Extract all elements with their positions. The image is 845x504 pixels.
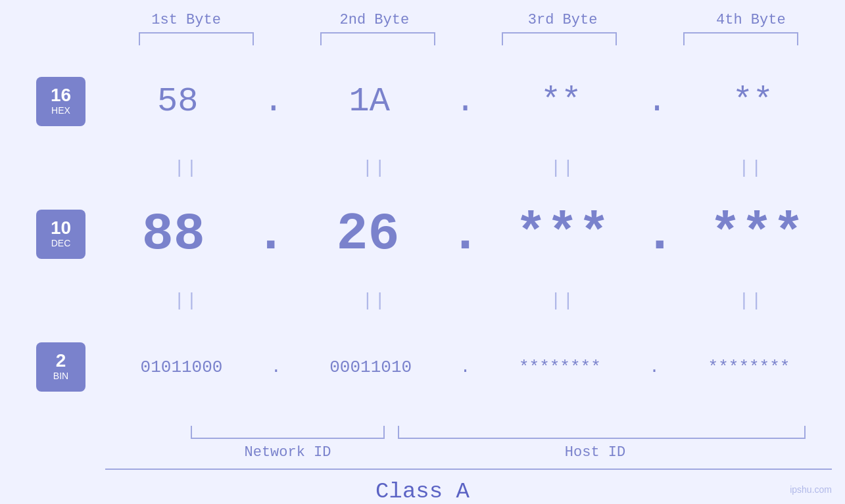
bin-badge-label: BIN [53, 370, 68, 382]
watermark: ipshu.com [790, 484, 832, 495]
dec-dot3: . [644, 204, 675, 264]
equals-2-2: || [362, 290, 387, 311]
dec-byte1: 88 [142, 204, 205, 264]
bin-byte1: 01011000 [141, 357, 223, 377]
hex-badge-number: 16 [51, 86, 71, 104]
bin-byte4: ******** [708, 357, 790, 377]
dec-byte4: *** [710, 204, 804, 264]
equals-1-1: || [174, 158, 199, 178]
host-id-label: Host ID [385, 444, 806, 461]
byte2-label: 2nd Byte [280, 12, 468, 28]
bracket-byte3 [502, 32, 617, 45]
hex-dot2: . [455, 82, 475, 121]
dec-dot1: . [255, 204, 287, 264]
hex-byte1: 58 [157, 82, 198, 121]
dec-byte2: 26 [337, 204, 400, 264]
byte-labels: 1st Byte 2nd Byte 3rd Byte 4th Byte [92, 12, 845, 28]
equals-1-2: || [362, 158, 387, 178]
equals-2-3: || [550, 290, 575, 311]
bin-row: 2 BIN 01011000 . 00011010 . ******** . *… [0, 311, 845, 423]
overall-bracket [105, 469, 832, 470]
main-container: 1st Byte 2nd Byte 3rd Byte 4th Byte 16 H… [0, 0, 845, 504]
bin-dot2: . [460, 357, 471, 377]
bin-byte2: 00011010 [329, 357, 412, 377]
hex-dot3: . [646, 82, 667, 121]
bin-dot1: . [271, 357, 281, 377]
hex-byte2: 1A [349, 82, 390, 121]
dec-values: 88 . 26 . *** . *** [92, 204, 838, 264]
bottom-section: Network ID Host ID Class A [0, 426, 845, 504]
hex-byte4: ** [733, 82, 773, 121]
dec-badge: 10 DEC [36, 210, 85, 259]
header-row: 1st Byte 2nd Byte 3rd Byte 4th Byte [0, 0, 845, 28]
content-area: 16 HEX 58 . 1A . ** . ** [0, 45, 845, 423]
byte3-label: 3rd Byte [469, 12, 657, 28]
bin-values: 01011000 . 00011010 . ******** . *******… [92, 357, 838, 377]
dec-byte3: *** [515, 204, 610, 264]
byte4-label: 4th Byte [657, 12, 845, 28]
id-brackets [92, 426, 832, 439]
bracket-byte4 [683, 32, 798, 45]
hex-row: 16 HEX 58 . 1A . ** . ** [0, 45, 845, 158]
equals-row-2: || || || || [92, 290, 845, 311]
hex-byte3: ** [541, 82, 581, 121]
hex-badge-label: HEX [51, 104, 70, 116]
top-brackets [92, 28, 845, 45]
bracket-byte2 [320, 32, 435, 45]
id-labels: Network ID Host ID [92, 439, 832, 461]
bin-dot3: . [649, 357, 660, 377]
bin-byte3: ******** [519, 357, 601, 377]
equals-2-1: || [174, 290, 199, 311]
dec-badge-number: 10 [51, 219, 71, 237]
equals-2-4: || [738, 290, 763, 311]
equals-row-1: || || || || [92, 158, 845, 178]
equals-1-4: || [738, 158, 763, 178]
hex-values: 58 . 1A . ** . ** [92, 82, 838, 121]
bin-badge-number: 2 [56, 352, 66, 370]
host-id-bracket [398, 426, 806, 439]
bracket-byte1 [139, 32, 254, 45]
dec-badge-label: DEC [51, 237, 71, 249]
hex-badge: 16 HEX [36, 77, 85, 126]
dec-row: 10 DEC 88 . 26 . *** . *** [0, 178, 845, 290]
bin-badge: 2 BIN [36, 342, 85, 392]
class-row: Class A [0, 479, 845, 504]
dec-dot2: . [449, 204, 481, 264]
class-label: Class A [375, 479, 470, 504]
byte1-label: 1st Byte [92, 12, 280, 28]
hex-dot1: . [263, 82, 283, 121]
network-id-bracket [191, 426, 385, 439]
equals-1-3: || [550, 158, 575, 178]
network-id-label: Network ID [191, 444, 385, 461]
